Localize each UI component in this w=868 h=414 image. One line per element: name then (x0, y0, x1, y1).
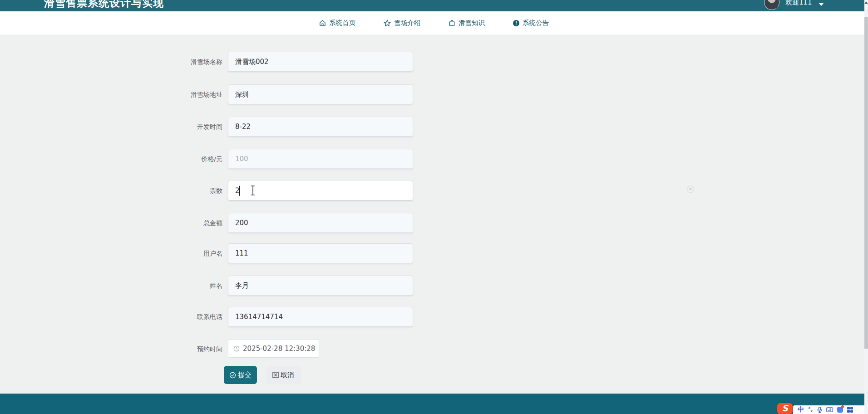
nav-item-knowledge[interactable]: 滑雪知识 (449, 19, 485, 27)
resort-address-input[interactable] (228, 85, 413, 104)
cancel-button[interactable]: 取消 (266, 366, 301, 384)
resort-name-input[interactable] (228, 52, 413, 71)
phone-field[interactable] (228, 307, 413, 327)
field-label: 价格/元 (0, 149, 222, 169)
nav-item-resorts[interactable]: 雪场介绍 (384, 19, 420, 27)
circle-check-icon (229, 372, 236, 379)
ticket-count-input[interactable] (228, 181, 413, 200)
page-scrollbar[interactable] (864, 0, 868, 414)
form-row-resort-name: 滑雪场名称 (0, 52, 868, 72)
nav-item-label: 雪场介绍 (394, 19, 420, 27)
welcome-user[interactable]: 欢迎111 (785, 0, 812, 7)
star-icon (384, 20, 391, 27)
form-row-total-amount: 总金额 (0, 213, 868, 233)
field-label: 总金额 (0, 213, 222, 233)
home-icon (319, 20, 326, 26)
submit-button[interactable]: 提交 (224, 366, 257, 384)
ime-toolbox-icon[interactable] (847, 407, 853, 413)
form-row-phone: 联系电话 (0, 307, 868, 327)
ime-skin-icon[interactable] (837, 407, 843, 413)
form-row-username: 用户名 (0, 243, 868, 263)
ibeam-cursor (250, 185, 256, 196)
form-row-name: 姓名 (0, 276, 868, 296)
announcement-icon: ! (513, 20, 519, 26)
form-row-booking-time: 预约时间 2025-02-28 12:30:28 (0, 339, 868, 359)
nav-item-label: 系统首页 (329, 19, 355, 27)
ime-language-mode[interactable]: 中 (798, 405, 804, 414)
microphone-icon[interactable] (817, 407, 822, 413)
ticket-count-field[interactable] (228, 181, 413, 201)
text-caret (239, 186, 240, 196)
name-input[interactable] (228, 276, 413, 295)
clear-input-icon[interactable]: ✕ (687, 186, 694, 193)
clock-icon (233, 345, 240, 352)
keyboard-icon[interactable] (826, 407, 833, 412)
box-x-icon (272, 372, 279, 378)
ime-punctuation-toggle[interactable]: °, (808, 405, 813, 414)
submit-label: 提交 (238, 371, 252, 380)
open-time-input[interactable] (228, 117, 413, 136)
ime-toolbar: 中 °, (793, 405, 868, 414)
total-amount-field[interactable] (228, 213, 413, 233)
username-field[interactable] (228, 243, 413, 263)
bag-icon (449, 20, 455, 26)
app-window: 滑雪售票系统设计与实现 欢迎111 系统首页 雪场介绍 滑雪知识 ! 系统公告 … (0, 0, 868, 414)
resort-name-field[interactable] (228, 52, 413, 72)
price-input[interactable] (228, 149, 413, 168)
page-title: 滑雪售票系统设计与实现 (44, 0, 164, 10)
nav-item-label: 滑雪知识 (459, 19, 485, 27)
scrollbar-thumb[interactable] (864, 17, 868, 349)
price-field[interactable] (228, 149, 413, 169)
username-input[interactable] (228, 244, 413, 263)
nav-item-announcements[interactable]: ! 系统公告 (513, 19, 549, 27)
page-footer (0, 394, 868, 414)
form-row-ticket-count: 票数 (0, 181, 868, 201)
sogou-ime-icon[interactable]: S (777, 403, 793, 414)
phone-input[interactable] (228, 307, 413, 326)
form-row-resort-address: 滑雪场地址 (0, 84, 868, 104)
scroll-up-icon[interactable] (864, 1, 868, 4)
field-label: 滑雪场地址 (0, 84, 222, 104)
field-label: 联系电话 (0, 307, 222, 327)
nav-item-label: 系统公告 (523, 19, 549, 27)
main-nav: 系统首页 雪场介绍 滑雪知识 ! 系统公告 (0, 11, 868, 35)
booking-time-value: 2025-02-28 12:30:28 (243, 345, 315, 353)
nav-item-home[interactable]: 系统首页 (319, 19, 355, 27)
total-amount-input[interactable] (228, 213, 413, 232)
cancel-label: 取消 (281, 371, 294, 380)
form-row-price: 价格/元 (0, 149, 868, 169)
chevron-down-icon[interactable] (819, 3, 824, 6)
field-label: 滑雪场名称 (0, 52, 222, 72)
open-time-field[interactable] (228, 117, 413, 137)
name-field[interactable] (228, 276, 413, 296)
field-label: 票数 (0, 181, 222, 201)
field-label: 开发时间 (0, 117, 222, 137)
form-row-open-time: 开发时间 (0, 117, 868, 137)
field-label: 用户名 (0, 243, 222, 263)
booking-time-field[interactable]: 2025-02-28 12:30:28 (228, 339, 319, 358)
resort-address-field[interactable] (228, 84, 413, 104)
field-label: 预约时间 (0, 339, 222, 359)
field-label: 姓名 (0, 276, 222, 296)
app-header: 滑雪售票系统设计与实现 (0, 0, 868, 11)
